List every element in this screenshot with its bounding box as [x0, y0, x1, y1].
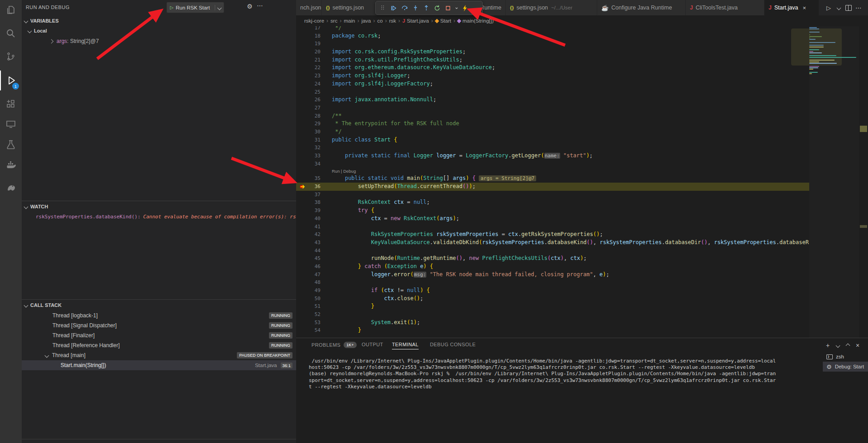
- code-line-22[interactable]: 22import org.ethereum.datasource.KeyValu…: [296, 64, 809, 72]
- activity-item-explorer[interactable]: [0, 0, 22, 20]
- code-line-43[interactable]: 43 KeyValueDataSource.validateDbKind(rsk…: [296, 239, 809, 247]
- watch-section-header[interactable]: WATCH: [22, 202, 296, 211]
- variable-row-args[interactable]: args: String[2]@7: [22, 36, 296, 46]
- code-line-37[interactable]: 37: [296, 191, 809, 199]
- breadcrumb-item[interactable]: java: [361, 18, 371, 24]
- code-line-52[interactable]: 52: [296, 311, 809, 319]
- maximize-panel-icon[interactable]: [843, 341, 853, 350]
- close-icon[interactable]: ×: [803, 5, 807, 11]
- stack-frame-row[interactable]: Start.main(String[])Start.java36:1: [22, 360, 296, 370]
- sidebar-more-icon[interactable]: ⋯: [257, 2, 263, 9]
- more-actions-icon[interactable]: ⋯: [854, 3, 863, 12]
- restart-icon[interactable]: [432, 3, 443, 14]
- step-over-icon[interactable]: [399, 3, 410, 14]
- hot-code-replace-icon[interactable]: [460, 3, 471, 14]
- run-config-dropdown[interactable]: [215, 5, 221, 10]
- code-line-26[interactable]: 26import javax.annotation.Nonnull;: [296, 96, 809, 104]
- tab-start-java[interactable]: JStart.java×: [764, 0, 819, 15]
- code-line-45[interactable]: 45 runNode(Runtime.getRuntime(), new Pre…: [296, 254, 809, 263]
- breakpoints-section-header[interactable]: BREAKPOINTS: [22, 440, 296, 443]
- code-line-33[interactable]: 33 private static final Logger logger = …: [296, 152, 809, 160]
- code-line-21[interactable]: 21import co.rsk.util.PreflightChecksUtil…: [296, 56, 809, 64]
- breadcrumb-item[interactable]: Start: [435, 18, 451, 24]
- code-line-36[interactable]: 36 setUpThread(Thread.currentThread());: [296, 183, 809, 191]
- breadcrumb-item[interactable]: rskj-core: [304, 18, 324, 24]
- tab-clitoolstest-java[interactable]: JCliToolsTest.java: [686, 0, 764, 15]
- code-line-31[interactable]: 31public class Start {: [296, 136, 809, 144]
- overview-ruler[interactable]: [859, 15, 868, 338]
- code-line-39[interactable]: 39 try {: [296, 207, 809, 215]
- split-editor-icon[interactable]: [844, 3, 854, 12]
- watch-expression-row[interactable]: rskSystemProperties.databaseKind(): Cann…: [22, 212, 296, 222]
- breadcrumb-item[interactable]: main(String[]): [458, 18, 494, 24]
- terminal-list-item-zsh[interactable]: ❯zsh: [823, 352, 868, 362]
- code-line-19[interactable]: 19: [296, 40, 809, 48]
- breadcrumb-item[interactable]: co: [377, 18, 382, 24]
- code-line-38[interactable]: 38 RskContext ctx = null;: [296, 198, 809, 207]
- tab-settings-json[interactable]: {}settings.json~/.../User: [506, 0, 597, 15]
- new-terminal-icon[interactable]: +: [823, 341, 833, 350]
- activity-item-gradle[interactable]: [0, 177, 22, 197]
- code-line-47[interactable]: 47 logger.error(msg: "The RSK node main …: [296, 271, 809, 279]
- code-editor[interactable]: 17 */18package co.rsk;1920import co.rsk.…: [296, 24, 809, 338]
- call-stack-thread-row[interactable]: Thread [Finalizer]RUNNING: [22, 330, 296, 340]
- code-line-40[interactable]: 40 ctx = new RskContext(args);: [296, 215, 809, 223]
- run-file-icon[interactable]: ▷: [824, 3, 834, 12]
- tab-configure-java-runtime[interactable]: ☕Configure Java Runtime: [597, 0, 686, 15]
- call-stack-thread-row[interactable]: Thread [logback-1]RUNNING: [22, 311, 296, 320]
- breadcrumb-item[interactable]: main: [344, 18, 355, 24]
- code-line-23[interactable]: 23import org.slf4j.Logger;: [296, 72, 809, 80]
- minimap[interactable]: [809, 18, 859, 338]
- breadcrumb-item[interactable]: rsk: [389, 18, 396, 24]
- continue-icon[interactable]: [388, 3, 399, 14]
- panel-tab-problems[interactable]: PROBLEMS1K+: [311, 342, 357, 348]
- stop-icon[interactable]: [443, 3, 453, 14]
- code-line-50[interactable]: 50 ctx.close();: [296, 295, 809, 303]
- code-line-46[interactable]: 46 } catch (Exception e) {: [296, 263, 809, 271]
- code-line-34[interactable]: 34: [296, 160, 809, 168]
- breadcrumb-item[interactable]: src: [330, 18, 337, 24]
- code-line-49[interactable]: 49 if (ctx != null) {: [296, 287, 809, 295]
- call-stack-section-header[interactable]: CALL STACK: [22, 301, 296, 310]
- activity-item-search[interactable]: [0, 24, 22, 43]
- activity-item-run-and-debug[interactable]: 1: [0, 71, 22, 90]
- code-line-29[interactable]: 29 * The entrypoint for the RSK full nod…: [296, 120, 809, 128]
- codelens-run-debug[interactable]: Run | Debug: [296, 168, 809, 174]
- code-line-41[interactable]: 41: [296, 223, 809, 231]
- code-line-53[interactable]: 53 System.exit(1);: [296, 319, 809, 327]
- panel-tab-output[interactable]: OUTPUT: [362, 342, 383, 347]
- debug-settings-gear-icon[interactable]: ⚙: [247, 3, 253, 10]
- code-line-51[interactable]: 51 }: [296, 302, 809, 311]
- call-stack-thread-row[interactable]: Thread [Signal Dispatcher]RUNNING: [22, 320, 296, 330]
- code-line-27[interactable]: 27: [296, 104, 809, 112]
- step-out-icon[interactable]: [421, 3, 432, 14]
- variables-section-header[interactable]: VARIABLES: [22, 16, 296, 25]
- activity-item-source-control[interactable]: [0, 47, 22, 67]
- activity-item-docker[interactable]: [0, 156, 22, 175]
- run-config-button[interactable]: ▷ Run RSK Start: [166, 2, 224, 13]
- code-line-42[interactable]: 42 RskSystemProperties rskSystemProperti…: [296, 231, 809, 239]
- code-line-28[interactable]: 28/**: [296, 112, 809, 120]
- code-line-44[interactable]: 44: [296, 247, 809, 255]
- close-panel-icon[interactable]: ×: [853, 341, 863, 350]
- code-line-30[interactable]: 30 */: [296, 128, 809, 136]
- call-stack-thread-row[interactable]: Thread [Reference Handler]RUNNING: [22, 340, 296, 350]
- terminal-list-item-debug-start[interactable]: ⚙Debug: Start: [823, 362, 868, 372]
- terminal-dropdown-icon[interactable]: [833, 341, 843, 350]
- code-line-35[interactable]: 35 public static void main(String[] args…: [296, 174, 809, 183]
- breakpoint-current-line-icon[interactable]: [300, 184, 306, 189]
- code-line-24[interactable]: 24import org.slf4j.LoggerFactory;: [296, 80, 809, 88]
- code-line-32[interactable]: 32: [296, 144, 809, 152]
- activity-item-testing[interactable]: [0, 135, 22, 155]
- activity-item-extensions[interactable]: [0, 94, 22, 114]
- panel-tab-debug-console[interactable]: DEBUG CONSOLE: [430, 342, 476, 347]
- stop-dropdown-icon[interactable]: [453, 3, 460, 14]
- call-stack-thread-row[interactable]: Thread [main]PAUSED ON BREAKPOINT: [22, 350, 296, 360]
- code-line-48[interactable]: 48: [296, 278, 809, 287]
- code-line-25[interactable]: 25: [296, 88, 809, 96]
- activity-item-remote-explorer[interactable]: [0, 114, 22, 134]
- terminal-output[interactable]: /usr/bin/env /Library/Internet\ Plug-Ins…: [309, 358, 824, 390]
- code-line-18[interactable]: 18package co.rsk;: [296, 32, 809, 40]
- step-into-icon[interactable]: [410, 3, 421, 14]
- breadcrumb-item[interactable]: JStart.java: [402, 18, 429, 24]
